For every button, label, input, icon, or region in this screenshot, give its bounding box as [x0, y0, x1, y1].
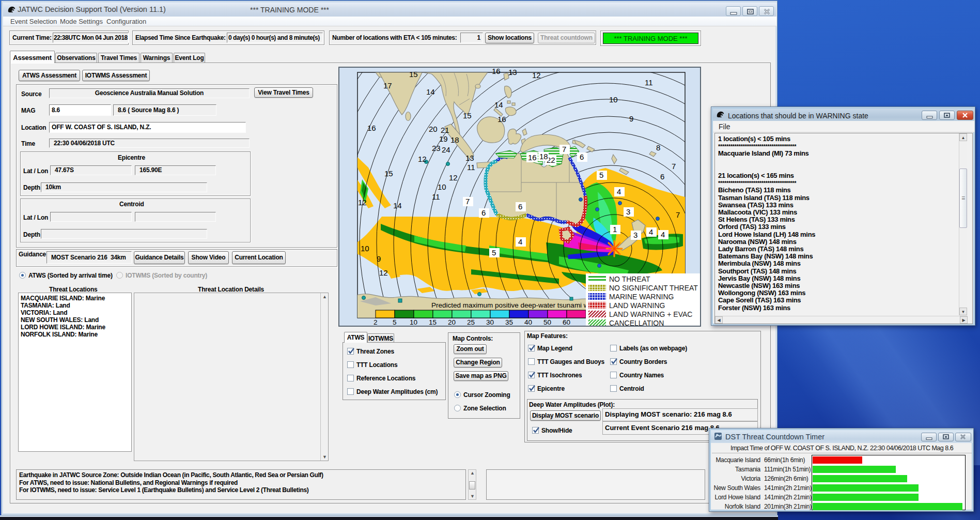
svg-text:12: 12	[418, 155, 427, 163]
svg-text:9: 9	[629, 114, 633, 123]
svg-text:LAND WARNING: LAND WARNING	[609, 301, 665, 310]
svg-text:60: 60	[563, 318, 570, 326]
svg-text:12: 12	[379, 268, 388, 277]
svg-text:11: 11	[432, 192, 440, 201]
svg-text:4: 4	[649, 227, 653, 236]
svg-text:11: 11	[467, 163, 475, 172]
svg-text:13: 13	[508, 68, 517, 77]
svg-text:3: 3	[633, 231, 637, 239]
svg-text:35: 35	[505, 318, 513, 326]
svg-text:14: 14	[494, 100, 503, 109]
svg-text:10: 10	[361, 244, 369, 253]
svg-text:6: 6	[660, 172, 664, 181]
svg-text:3: 3	[626, 207, 630, 216]
svg-text:14: 14	[426, 87, 435, 96]
svg-text:12: 12	[358, 198, 367, 207]
svg-text:16: 16	[497, 115, 506, 124]
svg-text:8: 8	[656, 143, 660, 152]
svg-text:10: 10	[609, 95, 618, 104]
svg-text:13: 13	[465, 154, 474, 162]
svg-text:16: 16	[492, 68, 501, 75]
svg-text:10: 10	[410, 318, 417, 326]
svg-text:CANCELLATION: CANCELLATION	[609, 319, 664, 326]
svg-text:23: 23	[432, 144, 441, 152]
svg-text:NO THREAT: NO THREAT	[609, 275, 650, 283]
svg-text:11: 11	[645, 78, 653, 87]
svg-text:15: 15	[384, 169, 393, 178]
svg-text:18: 18	[539, 152, 548, 161]
svg-text:12: 12	[449, 173, 458, 182]
svg-text:21: 21	[441, 126, 449, 134]
svg-text:9: 9	[377, 254, 381, 263]
svg-text:12: 12	[532, 71, 541, 80]
svg-text:50: 50	[543, 318, 551, 326]
svg-text:4: 4	[518, 237, 522, 246]
svg-text:16: 16	[367, 124, 376, 132]
svg-text:6: 6	[580, 152, 584, 161]
svg-text:LAND WARNING + EVAC: LAND WARNING + EVAC	[609, 310, 692, 318]
svg-text:10: 10	[438, 182, 446, 191]
svg-text:30: 30	[486, 318, 494, 326]
svg-text:25: 25	[467, 318, 475, 326]
svg-text:20: 20	[448, 318, 456, 326]
svg-text:1: 1	[613, 225, 617, 234]
svg-text:19: 19	[439, 134, 448, 143]
svg-text:6: 6	[518, 202, 522, 211]
svg-text:4: 4	[661, 230, 665, 239]
svg-text:16: 16	[528, 153, 537, 162]
svg-text:7: 7	[672, 162, 676, 171]
svg-text:NO SIGNIFICANT THREAT: NO SIGNIFICANT THREAT	[609, 284, 698, 292]
svg-text:2: 2	[374, 318, 378, 326]
svg-text:6: 6	[481, 208, 486, 217]
svg-text:5: 5	[393, 318, 397, 326]
svg-text:15: 15	[409, 70, 418, 79]
svg-text:7: 7	[562, 145, 566, 154]
svg-text:17: 17	[383, 81, 392, 90]
svg-text:4: 4	[617, 187, 621, 196]
svg-text:5: 5	[599, 171, 603, 179]
svg-text:14: 14	[393, 201, 402, 210]
svg-text:7: 7	[465, 197, 470, 206]
svg-text:20: 20	[429, 125, 438, 133]
svg-text:15: 15	[463, 111, 472, 120]
svg-text:24: 24	[442, 145, 450, 154]
svg-text:MARINE WARNING: MARINE WARNING	[609, 293, 674, 301]
svg-text:40: 40	[524, 318, 532, 326]
svg-text:7: 7	[676, 210, 680, 219]
svg-text:15: 15	[429, 318, 437, 326]
svg-text:5: 5	[492, 248, 496, 257]
svg-text:18: 18	[450, 135, 459, 144]
